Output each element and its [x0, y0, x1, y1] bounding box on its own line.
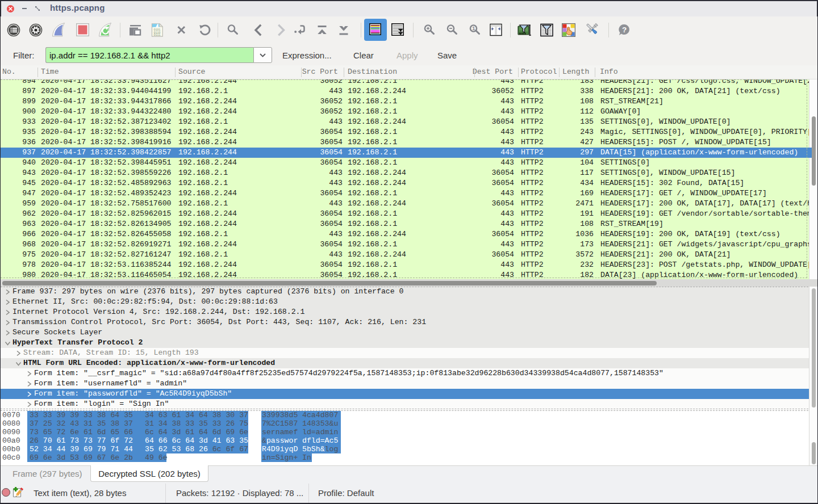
svg-text:0111: 0111 [154, 33, 161, 37]
svg-text:1: 1 [472, 26, 475, 31]
svg-text:?: ? [622, 26, 627, 34]
